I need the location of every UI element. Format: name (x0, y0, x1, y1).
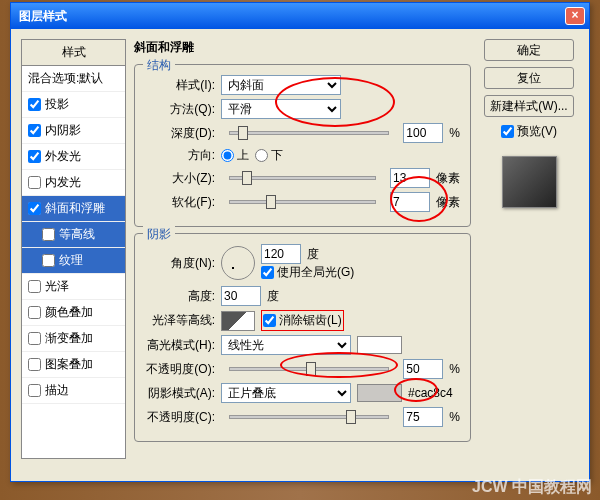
dir-down[interactable]: 下 (255, 147, 283, 164)
right-panel: 确定 复位 新建样式(W)... 预览(V) (479, 39, 579, 471)
angle-label: 角度(N): (145, 255, 215, 272)
highlight-select[interactable]: 线性光 (221, 335, 351, 355)
shopacity-input[interactable] (403, 407, 443, 427)
close-button[interactable]: × (565, 7, 585, 25)
preview-check[interactable]: 预览(V) (501, 123, 557, 140)
soften-slider[interactable] (229, 200, 376, 204)
shopacity-slider[interactable] (229, 415, 389, 419)
style-stroke[interactable]: 描边 (22, 378, 125, 404)
depth-slider[interactable] (229, 131, 389, 135)
style-texture[interactable]: 纹理 (22, 248, 125, 274)
altitude-input[interactable] (221, 286, 261, 306)
soften-input[interactable] (390, 192, 430, 212)
depth-label: 深度(D): (145, 125, 215, 142)
hlopacity-input[interactable] (403, 359, 443, 379)
direction-label: 方向: (145, 147, 215, 164)
size-label: 大小(Z): (145, 170, 215, 187)
style-outerglow[interactable]: 外发光 (22, 144, 125, 170)
shadowmode-select[interactable]: 正片叠底 (221, 383, 351, 403)
window-title: 图层样式 (15, 8, 67, 25)
angle-dial[interactable] (221, 246, 255, 280)
global-light[interactable]: 使用全局光(G) (261, 264, 354, 281)
style-select[interactable]: 内斜面 (221, 75, 341, 95)
highlight-color[interactable] (357, 336, 402, 354)
style-contour[interactable]: 等高线 (22, 222, 125, 248)
angle-input[interactable] (261, 244, 301, 264)
styles-list: 样式 混合选项:默认 投影 内阴影 外发光 内发光 斜面和浮雕 等高线 纹理 光… (21, 39, 126, 459)
ok-button[interactable]: 确定 (484, 39, 574, 61)
styles-header: 样式 (22, 40, 125, 66)
soften-label: 软化(F): (145, 194, 215, 211)
hlopacity-label: 不透明度(O): (145, 361, 215, 378)
style-satin[interactable]: 光泽 (22, 274, 125, 300)
reset-button[interactable]: 复位 (484, 67, 574, 89)
layer-style-dialog: 图层样式 × 样式 混合选项:默认 投影 内阴影 外发光 内发光 斜面和浮雕 等… (10, 2, 590, 482)
style-label: 样式(I): (145, 77, 215, 94)
blend-options[interactable]: 混合选项:默认 (22, 66, 125, 92)
panel-title: 斜面和浮雕 (134, 39, 471, 56)
size-input[interactable] (390, 168, 430, 188)
method-select[interactable]: 平滑 (221, 99, 341, 119)
style-coloroverlay[interactable]: 颜色叠加 (22, 300, 125, 326)
settings-panel: 斜面和浮雕 结构 样式(I): 内斜面 方法(Q): 平滑 深度(D): % (134, 39, 471, 471)
style-patternoverlay[interactable]: 图案叠加 (22, 352, 125, 378)
watermark: JCW 中国教程网 (472, 477, 592, 498)
antialias[interactable]: 消除锯齿(L) (261, 310, 344, 331)
dir-up[interactable]: 上 (221, 147, 249, 164)
structure-legend: 结构 (143, 57, 175, 74)
shading-legend: 阴影 (143, 226, 175, 243)
method-label: 方法(Q): (145, 101, 215, 118)
shadow-color[interactable] (357, 384, 402, 402)
titlebar: 图层样式 × (11, 3, 589, 29)
shopacity-label: 不透明度(C): (145, 409, 215, 426)
size-slider[interactable] (229, 176, 376, 180)
structure-group: 结构 样式(I): 内斜面 方法(Q): 平滑 深度(D): % 方向: (134, 64, 471, 227)
style-bevel[interactable]: 斜面和浮雕 (22, 196, 125, 222)
gloss-contour[interactable] (221, 311, 255, 331)
style-innerglow[interactable]: 内发光 (22, 170, 125, 196)
preview-swatch (502, 156, 557, 208)
newstyle-button[interactable]: 新建样式(W)... (484, 95, 574, 117)
style-innershadow[interactable]: 内阴影 (22, 118, 125, 144)
style-gradoverlay[interactable]: 渐变叠加 (22, 326, 125, 352)
highlight-label: 高光模式(H): (145, 337, 215, 354)
gloss-label: 光泽等高线: (145, 312, 215, 329)
style-dropshadow[interactable]: 投影 (22, 92, 125, 118)
hlopacity-slider[interactable] (229, 367, 389, 371)
shading-group: 阴影 角度(N): 度 使用全局光(G) 高度: 度 (134, 233, 471, 442)
shadowmode-label: 阴影模式(A): (145, 385, 215, 402)
altitude-label: 高度: (145, 288, 215, 305)
depth-input[interactable] (403, 123, 443, 143)
